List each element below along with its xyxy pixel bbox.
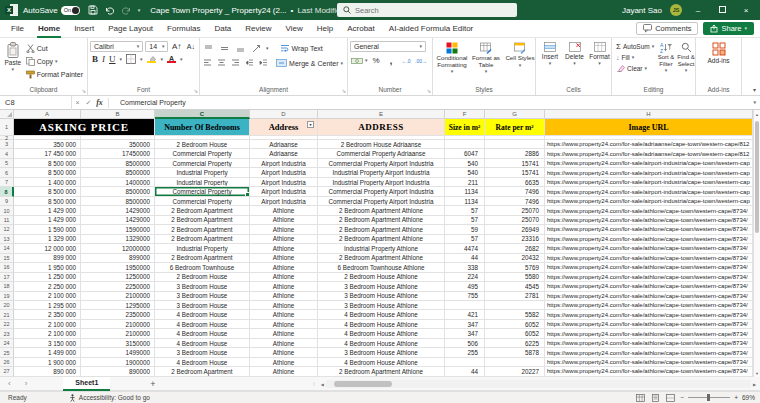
- cell-G11[interactable]: 25070: [485, 216, 545, 225]
- cell-C13[interactable]: 2 Bedroom Apartment: [155, 235, 250, 244]
- column-header-B[interactable]: B: [81, 110, 155, 119]
- cell-C23[interactable]: 4 Bedroom House: [155, 329, 250, 338]
- cell-F5[interactable]: 540: [445, 159, 485, 168]
- enter-icon[interactable]: ✓: [83, 99, 94, 107]
- scroll-up-icon[interactable]: ▲: [754, 110, 760, 118]
- row-header-13[interactable]: 13: [0, 235, 14, 244]
- cell-E12[interactable]: 2 Bedroom Apartment Athlone: [318, 225, 445, 234]
- decrease-decimal-icon[interactable]: .00→: [415, 55, 428, 66]
- cell-G19[interactable]: 2781: [485, 292, 545, 301]
- cut-button[interactable]: Cut: [24, 42, 85, 54]
- cell-F13[interactable]: 57: [445, 235, 485, 244]
- cell-C6[interactable]: Industrial Property: [155, 168, 250, 177]
- cell-A17[interactable]: 1 250 000: [14, 273, 81, 282]
- cell-F7[interactable]: 211: [445, 178, 485, 187]
- fill-color-button[interactable]: [147, 55, 157, 64]
- row-header-24[interactable]: 24: [0, 339, 14, 348]
- cell-H8[interactable]: https://www.property24.com/for-sale/airp…: [545, 187, 753, 196]
- cell-G16[interactable]: 5769: [485, 263, 545, 272]
- zoom-slider[interactable]: [688, 397, 730, 399]
- cell-D16[interactable]: Athlone: [250, 263, 318, 272]
- cell-G4[interactable]: 2886: [485, 149, 545, 158]
- cell-D4[interactable]: Adriaanse: [250, 149, 318, 158]
- cell-A11[interactable]: 1 429 000: [14, 216, 81, 225]
- cell-H22[interactable]: https://www.property24.com/for-sale/athl…: [545, 320, 753, 329]
- cell-E24[interactable]: 4 Bedroom House Athlone: [318, 339, 445, 348]
- borders-icon[interactable]: [126, 54, 136, 64]
- font-name-select[interactable]: Calibri▾: [90, 41, 143, 52]
- cell-H5[interactable]: https://www.property24.com/for-sale/airp…: [545, 159, 753, 168]
- addins-button[interactable]: Add-ins: [698, 40, 739, 85]
- cell-F6[interactable]: 540: [445, 168, 485, 177]
- cell-E4[interactable]: Commercial Property Adriaanse: [318, 149, 445, 158]
- column-header-D[interactable]: D: [250, 110, 318, 119]
- cell-E11[interactable]: 2 Bedroom Apartment Athlone: [318, 216, 445, 225]
- user-name[interactable]: Jayant Sao: [622, 6, 662, 15]
- cell-B17[interactable]: 1250000: [81, 273, 155, 282]
- row-header-23[interactable]: 23: [0, 329, 14, 338]
- cell-D6[interactable]: Airport Industria: [250, 168, 318, 177]
- align-middle-icon[interactable]: [218, 43, 231, 54]
- format-cells-button[interactable]: Format▾: [587, 40, 612, 66]
- percent-style-icon[interactable]: %: [370, 55, 383, 66]
- cell-C21[interactable]: 4 Bedroom House: [155, 310, 250, 319]
- cell-D7[interactable]: Airport Industria: [250, 178, 318, 187]
- row-header-11[interactable]: 11: [0, 216, 14, 225]
- underline-button[interactable]: U: [109, 54, 116, 64]
- cell-F3[interactable]: [445, 140, 485, 149]
- header-size[interactable]: Size in m²: [445, 119, 485, 136]
- comma-style-icon[interactable]: ,: [385, 55, 398, 66]
- autosum-button[interactable]: ΣAutoSum▾: [614, 41, 656, 51]
- cell-H23[interactable]: https://www.property24.com/for-sale/athl…: [545, 329, 753, 338]
- column-header-H[interactable]: H: [545, 110, 753, 119]
- cell-F20[interactable]: [445, 301, 485, 310]
- cell-E15[interactable]: 2 Bedroom Apartment Athlone: [318, 254, 445, 263]
- cell-H20[interactable]: https://www.property24.com/for-sale/athl…: [545, 301, 753, 310]
- cell-D20[interactable]: Athlone: [250, 301, 318, 310]
- row-header-18[interactable]: 18: [0, 282, 14, 291]
- cell-A8[interactable]: 8 500 000: [14, 187, 81, 196]
- cell-F21[interactable]: 421: [445, 310, 485, 319]
- cell-H25[interactable]: https://www.property24.com/for-sale/athl…: [545, 348, 753, 357]
- cell-A13[interactable]: 1 329 000: [14, 235, 81, 244]
- cell-C25[interactable]: 3 Bedroom House: [155, 348, 250, 357]
- scroll-down-icon[interactable]: ▼: [754, 369, 760, 377]
- find-select-button[interactable]: Find & Select▾: [676, 40, 696, 73]
- cell-H6[interactable]: https://www.property24.com/for-sale/airp…: [545, 168, 753, 177]
- formula-text[interactable]: Commercial Property: [120, 99, 186, 106]
- row-header-4[interactable]: 4: [0, 149, 14, 158]
- row-header-15[interactable]: 15: [0, 254, 14, 263]
- increase-decimal-icon[interactable]: ←.0: [400, 55, 413, 66]
- cell-H21[interactable]: https://www.property24.com/for-sale/athl…: [545, 310, 753, 319]
- cell-F23[interactable]: 347: [445, 329, 485, 338]
- cell-D23[interactable]: Athlone: [250, 329, 318, 338]
- cell-C8[interactable]: Commercial Property: [155, 187, 250, 196]
- cell-H7[interactable]: https://www.property24.com/for-sale/airp…: [545, 178, 753, 187]
- cell-F24[interactable]: 506: [445, 339, 485, 348]
- cell-A27[interactable]: 890 000: [14, 367, 81, 376]
- cell-G20[interactable]: [485, 301, 545, 310]
- row-header-17[interactable]: 17: [0, 273, 14, 282]
- cell-A25[interactable]: 1 499 000: [14, 348, 81, 357]
- align-top-icon[interactable]: [202, 43, 215, 54]
- cell-G18[interactable]: 4545: [485, 282, 545, 291]
- cell-C10[interactable]: 2 Bedroom Apartment: [155, 206, 250, 215]
- font-dialog-launcher-icon[interactable]: ⇘: [193, 88, 198, 94]
- cell-A4[interactable]: 17 450 000: [14, 149, 81, 158]
- decrease-indent-icon[interactable]: [244, 58, 255, 69]
- cell-A15[interactable]: 899 000: [14, 254, 81, 263]
- cell-A23[interactable]: 2 100 000: [14, 329, 81, 338]
- cell-E8[interactable]: Commercial Property Airport Industria: [318, 187, 445, 196]
- cell-B24[interactable]: 3150000: [81, 339, 155, 348]
- cell-D13[interactable]: Athlone: [250, 235, 318, 244]
- cell-G17[interactable]: 5580: [485, 273, 545, 282]
- zoom-out-button[interactable]: −: [680, 394, 684, 401]
- insert-function-icon[interactable]: fx: [94, 98, 105, 107]
- row-header-25[interactable]: 25: [0, 348, 14, 357]
- cell-C20[interactable]: 3 Bedroom House: [155, 301, 250, 310]
- cell-B9[interactable]: 8500000: [81, 197, 155, 206]
- cell-G22[interactable]: 6052: [485, 320, 545, 329]
- font-size-select[interactable]: 14▾: [145, 41, 168, 52]
- cell-F19[interactable]: 755: [445, 292, 485, 301]
- cell-H15[interactable]: https://www.property24.com/for-sale/athl…: [545, 254, 753, 263]
